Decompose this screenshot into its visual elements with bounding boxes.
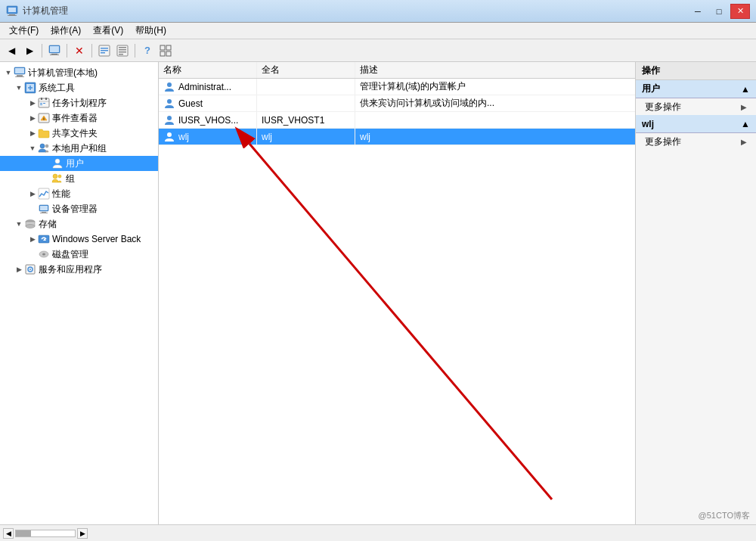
svg-rect-24 xyxy=(15,76,24,77)
svg-rect-15 xyxy=(119,51,126,53)
tree-item-storage[interactable]: ▼ 存储 xyxy=(0,216,158,232)
action-more-wlj[interactable]: 更多操作 ▶ xyxy=(636,133,756,150)
event-icon xyxy=(38,112,50,124)
users-icon xyxy=(51,157,64,169)
table-row[interactable]: IUSR_VHOS... IUSR_VHOST1 xyxy=(159,112,635,129)
services-icon xyxy=(24,263,36,275)
table-row[interactable]: Guest 供来宾访问计算机或访问域的内... xyxy=(159,95,635,112)
center-panel: 名称 全名 描述 Administrat... 管理计算机(域)的内置帐户 xyxy=(159,62,635,524)
svg-rect-3 xyxy=(8,15,17,16)
scroll-left-btn[interactable]: ◀ xyxy=(3,528,14,539)
tree-label-device: 设备管理器 xyxy=(52,203,98,216)
operations-header: 操作 xyxy=(636,62,756,80)
cell-fullname-iusr: IUSR_VHOST1 xyxy=(257,112,355,128)
tree-item-tools[interactable]: ▼ 系统工具 xyxy=(0,80,158,95)
svg-rect-30 xyxy=(41,98,42,100)
svg-rect-5 xyxy=(50,46,59,52)
task-icon xyxy=(38,97,50,109)
tree-item-groups[interactable]: 组 xyxy=(0,171,158,186)
menu-view[interactable]: 查看(V) xyxy=(87,23,129,39)
action-section-wlj[interactable]: wlj ▲ xyxy=(636,115,756,133)
expander-localusers: ▼ xyxy=(27,143,38,154)
tree-item-event[interactable]: ▶ 事件查看器 xyxy=(0,110,158,126)
perf-icon xyxy=(38,188,50,200)
svg-rect-16 xyxy=(119,54,123,55)
device-icon xyxy=(38,203,50,215)
tree-item-backup[interactable]: ▶ Windows Server Back xyxy=(0,232,158,247)
table-row[interactable]: wlj wlj wlj xyxy=(159,129,635,145)
toolbar-sep3 xyxy=(91,44,92,58)
computer-icon xyxy=(14,67,26,79)
menu-help[interactable]: 帮助(H) xyxy=(129,23,172,39)
title-bar-left: 计算机管理 xyxy=(6,5,68,17)
col-header-desc[interactable]: 描述 xyxy=(355,62,635,78)
app-icon xyxy=(6,5,18,17)
user-icon-iusr xyxy=(163,114,175,126)
cell-fullname-admin xyxy=(257,79,355,95)
main-layout: ▼ 计算机管理(本地) ▼ 系统工具 ▶ 任务计划程序 ▶ xyxy=(0,62,756,524)
col-header-fullname[interactable]: 全名 xyxy=(257,62,355,78)
cell-desc-iusr xyxy=(355,112,635,128)
tree-label-backup: Windows Server Back xyxy=(52,234,141,244)
title-bar: 计算机管理 ─ □ ✕ xyxy=(0,0,756,23)
disk-icon xyxy=(38,248,50,260)
tree-item-shared[interactable]: ▶ 共享文件夹 xyxy=(0,126,158,141)
section-arrow-up-wlj: ▲ xyxy=(741,119,750,129)
expander-device xyxy=(27,204,38,214)
toolbar-back[interactable]: ◀ xyxy=(3,42,20,59)
expander-services: ▶ xyxy=(14,264,24,275)
tree-item-device[interactable]: 设备管理器 xyxy=(0,201,158,216)
menu-bar: 文件(F) 操作(A) 查看(V) 帮助(H) xyxy=(0,23,756,39)
action-more-users[interactable]: 更多操作 ▶ xyxy=(636,98,756,115)
svg-point-39 xyxy=(40,144,45,148)
tree-item-localusers[interactable]: ▼ 本地用户和组 xyxy=(0,141,158,156)
tree-item-services[interactable]: ▶ 服务和应用程序 xyxy=(0,262,158,277)
expander-backup: ▶ xyxy=(27,234,38,244)
tree-label-root: 计算机管理(本地) xyxy=(28,67,98,79)
minimize-button[interactable]: ─ xyxy=(688,4,708,19)
maximize-button[interactable]: □ xyxy=(709,4,729,19)
svg-rect-44 xyxy=(39,188,49,199)
cell-desc-wlj: wlj xyxy=(355,129,635,145)
svg-point-62 xyxy=(167,132,172,137)
cell-name-admin: Administrat... xyxy=(159,79,257,95)
toolbar-delete[interactable]: ✕ xyxy=(71,42,88,59)
menu-action[interactable]: 操作(A) xyxy=(45,23,87,39)
storage-icon xyxy=(24,218,36,230)
more-wlj-arrow: ▶ xyxy=(741,138,747,146)
table-row[interactable]: Administrat... 管理计算机(域)的内置帐户 xyxy=(159,79,635,95)
cell-desc-guest: 供来宾访问计算机或访问域的内... xyxy=(355,95,635,111)
menu-file[interactable]: 文件(F) xyxy=(3,23,45,39)
scroll-right-btn[interactable]: ▶ xyxy=(77,528,88,539)
toolbar-forward[interactable]: ▶ xyxy=(21,42,38,59)
col-header-name[interactable]: 名称 xyxy=(159,62,257,78)
toolbar-grid[interactable] xyxy=(157,42,174,59)
action-section-users[interactable]: 用户 ▲ xyxy=(636,80,756,98)
tree-label-services: 服务和应用程序 xyxy=(39,263,102,276)
tree-label-storage: 存储 xyxy=(39,218,57,231)
tree-item-users[interactable]: 用户 xyxy=(0,156,158,171)
tree-label-event: 事件查看器 xyxy=(52,112,98,125)
tree-item-disk[interactable]: 磁盘管理 xyxy=(0,247,158,262)
cell-fullname-wlj: wlj xyxy=(257,129,355,145)
toolbar-export[interactable] xyxy=(114,42,131,59)
svg-rect-46 xyxy=(40,206,48,210)
svg-rect-9 xyxy=(101,48,108,49)
toolbar-sep4 xyxy=(135,44,135,58)
tree-item-task[interactable]: ▶ 任务计划程序 xyxy=(0,95,158,110)
toolbar-sep2 xyxy=(67,44,67,58)
status-bar: ◀ ▶ xyxy=(0,524,756,541)
toolbar-help[interactable]: ? xyxy=(139,42,156,59)
tree-item-perf[interactable]: ▶ 性能 xyxy=(0,186,158,201)
toolbar-computer[interactable] xyxy=(46,42,63,59)
list-body: Administrat... 管理计算机(域)的内置帐户 Guest 供来宾访问… xyxy=(159,79,635,524)
close-button[interactable]: ✕ xyxy=(730,4,750,19)
scroll-track[interactable] xyxy=(15,530,76,537)
tree-label-disk: 磁盘管理 xyxy=(52,248,88,261)
tree-label-shared: 共享文件夹 xyxy=(52,127,98,140)
tree-item-root[interactable]: ▼ 计算机管理(本地) xyxy=(0,65,158,80)
toolbar-properties[interactable] xyxy=(96,42,113,59)
svg-rect-23 xyxy=(17,75,23,76)
expander-disk xyxy=(27,249,38,260)
svg-point-38 xyxy=(43,120,44,120)
